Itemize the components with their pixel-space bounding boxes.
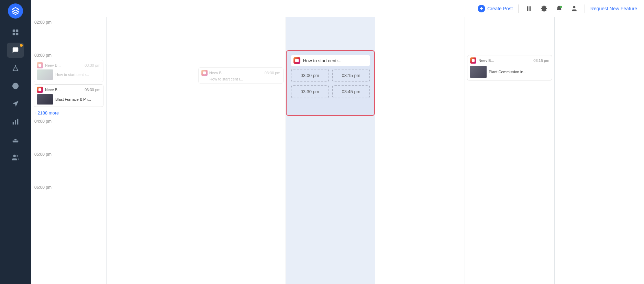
sidebar-item-analytics[interactable] <box>7 114 24 129</box>
svg-rect-24 <box>529 6 530 11</box>
sidebar-item-circle-settings[interactable] <box>7 78 24 94</box>
sidebar-item-downloads[interactable] <box>7 132 24 147</box>
ghost-col2-account: Neev B... <box>209 71 225 75</box>
sidebar-item-list[interactable] <box>7 168 24 183</box>
slot-1-4pm[interactable] <box>107 83 196 116</box>
pause-icon[interactable] <box>524 4 534 13</box>
svg-rect-14 <box>17 119 19 125</box>
slot-2-2pm[interactable] <box>196 17 286 50</box>
slot-3-4pm[interactable] <box>286 116 375 149</box>
ghost-event-card[interactable]: Neev B... 03:30 pm How to start cent r..… <box>34 60 103 82</box>
slot-6-3pm[interactable] <box>555 50 644 83</box>
sidebar-item-campaigns[interactable] <box>7 96 24 111</box>
topbar: + Create Post Request New Feature <box>31 0 644 17</box>
slot-3-2pm[interactable] <box>286 17 375 50</box>
create-post-button[interactable]: + Create Post <box>478 5 513 12</box>
svg-point-4 <box>15 65 16 67</box>
main-account: Neev B... <box>45 88 60 92</box>
svg-rect-28 <box>38 64 41 67</box>
main-time: 03:30 pm <box>85 88 100 92</box>
time-label-3pm: 03:00 pm <box>31 50 106 58</box>
svg-rect-12 <box>13 122 14 124</box>
time-btn-2[interactable]: 03:15 pm <box>332 69 370 82</box>
time-label-2pm: 02:00 pm <box>31 17 106 50</box>
create-post-icon: + <box>478 5 485 12</box>
svg-point-16 <box>13 155 16 157</box>
main-thumb <box>37 94 53 105</box>
slot-2-5pm[interactable] <box>196 116 286 149</box>
svg-point-26 <box>559 6 562 8</box>
sidebar-item-dashboard[interactable] <box>7 25 24 40</box>
sidebar-item-posts[interactable] <box>7 43 24 58</box>
left-3pm-slot: 03:00 pm Neev B... 03:30 pm <box>31 50 106 116</box>
slot-5-5pm[interactable] <box>465 116 554 149</box>
time-label-6pm: 06:00 pm <box>31 182 106 215</box>
svg-rect-30 <box>38 88 41 91</box>
day-col-3-highlighted: How to start centr... 03:00 pm 03:15 pm … <box>286 17 376 284</box>
day-col-1 <box>107 17 196 284</box>
slot-1-6pm[interactable] <box>107 149 196 182</box>
time-label-5pm: 05:00 pm <box>31 149 106 182</box>
right-event-account: Neev B... <box>478 58 494 63</box>
right-event-thumb <box>470 66 487 78</box>
time-btn-4[interactable]: 03:45 pm <box>332 85 370 98</box>
slot-6-6pm[interactable] <box>555 149 644 182</box>
slot-3-3pm-popup-area[interactable]: How to start centr... 03:00 pm 03:15 pm … <box>286 50 375 116</box>
create-post-label: Create Post <box>487 6 513 11</box>
ghost-col2-event[interactable]: Neev B... 03:30 pm How to start cent r..… <box>198 67 284 84</box>
ig-ghost-col2 <box>201 70 208 76</box>
slot-4-4pm[interactable] <box>375 83 465 116</box>
main-event-card[interactable]: Neev B... 03:30 pm Blast Furnace & P r..… <box>34 84 103 107</box>
topbar-divider-2 <box>585 4 585 13</box>
day-col-6 <box>555 17 644 284</box>
calendar-area: 02:00 pm 03:00 pm Neev B... 0 <box>31 17 644 284</box>
svg-line-7 <box>13 66 15 69</box>
slot-4-6pm[interactable] <box>375 149 465 182</box>
slot-4-3pm[interactable] <box>375 50 465 83</box>
slot-6-5pm[interactable] <box>555 116 644 149</box>
slot-6-2pm[interactable] <box>555 17 644 50</box>
day-grid: Neev B... 03:30 pm How to start cent r..… <box>107 17 644 284</box>
svg-rect-2 <box>13 33 15 35</box>
slot-2-3pm[interactable]: Neev B... 03:30 pm How to start cent r..… <box>196 50 286 83</box>
slot-2-4pm[interactable] <box>196 83 286 116</box>
time-btn-3[interactable]: 03:30 pm <box>291 85 329 98</box>
ghost-title: How to start cent r... <box>55 73 89 77</box>
svg-rect-0 <box>13 30 15 32</box>
slot-4-5pm[interactable] <box>375 116 465 149</box>
slot-3-5pm[interactable] <box>286 149 375 182</box>
slot-5-4pm[interactable] <box>465 83 554 116</box>
notifications-icon[interactable] <box>554 4 564 13</box>
slot-6-4pm[interactable] <box>555 83 644 116</box>
time-picker-popup: How to start centr... 03:00 pm 03:15 pm … <box>286 50 375 116</box>
request-feature-link[interactable]: Request New Feature <box>590 6 637 11</box>
app-logo[interactable] <box>8 3 23 19</box>
popup-ig-icon <box>293 57 300 64</box>
sidebar-item-team[interactable] <box>7 150 24 165</box>
slot-5-2pm[interactable] <box>465 17 554 50</box>
ghost-account: Neev B... <box>45 63 60 67</box>
time-btn-1[interactable]: 03:00 pm <box>291 69 329 82</box>
slot-4-2pm[interactable] <box>375 17 465 50</box>
right-event-card[interactable]: Neev B... 03:15 pm Plant Commission in..… <box>467 55 552 80</box>
slot-1-5pm[interactable] <box>107 116 196 149</box>
svg-rect-1 <box>16 30 18 32</box>
slot-2-6pm[interactable] <box>196 149 286 182</box>
slot-5-3pm[interactable]: Neev B... 03:15 pm Plant Commission in..… <box>465 50 554 83</box>
slot-1-3pm[interactable] <box>107 50 196 83</box>
ig-right-event <box>470 57 476 64</box>
slot-5-6pm[interactable] <box>465 149 554 182</box>
ghost-thumb <box>37 69 53 80</box>
posts-badge <box>20 44 23 47</box>
more-link[interactable]: + 2188 more <box>31 109 106 117</box>
settings-icon[interactable] <box>539 4 549 13</box>
ig-icon-main <box>37 87 43 93</box>
user-icon[interactable] <box>569 4 579 13</box>
svg-point-34 <box>298 59 298 60</box>
sidebar-item-network[interactable] <box>7 61 24 76</box>
popup-header: How to start centr... <box>291 55 370 66</box>
slot-1-2pm[interactable] <box>107 17 196 50</box>
slot-3-6pm[interactable] <box>286 182 375 215</box>
day-col-2: Neev B... 03:30 pm How to start cent r..… <box>196 17 286 284</box>
ghost-time: 03:30 pm <box>85 63 100 67</box>
